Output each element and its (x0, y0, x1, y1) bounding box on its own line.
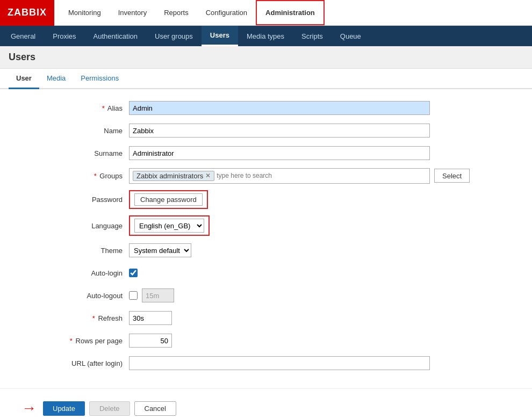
rows-row: * Rows per page (21, 333, 511, 349)
refresh-label: * Refresh (21, 314, 129, 322)
groups-input-area[interactable]: Zabbix administrators ✕ (129, 168, 430, 184)
groups-select-button[interactable]: Select (434, 169, 470, 183)
language-select[interactable]: English (en_GB) Default Chinese (zh_CN) (134, 219, 204, 233)
delete-button: Delete (89, 401, 130, 416)
password-row: Password Change password (21, 190, 511, 209)
update-button[interactable]: Update (43, 401, 85, 416)
groups-row: * Groups Zabbix administrators ✕ Select (21, 168, 511, 184)
url-label: URL (after login) (21, 359, 129, 367)
autologin-label: Auto-login (21, 269, 129, 277)
alias-input[interactable] (129, 101, 430, 115)
group-tag-remove-icon[interactable]: ✕ (205, 172, 211, 179)
subnav-usergroups[interactable]: User groups (146, 26, 202, 46)
language-row: Language English (en_GB) Default Chinese… (21, 215, 511, 236)
arrow-container: → Update Delete Cancel (21, 400, 176, 417)
password-label: Password (21, 196, 129, 204)
arrow-icon: → (21, 400, 37, 417)
subnav-queue[interactable]: Queue (332, 26, 370, 46)
tab-user[interactable]: User (9, 69, 39, 89)
password-outlined-box: Change password (129, 190, 208, 209)
autologout-row: Auto-logout (21, 287, 511, 304)
autologout-area (129, 288, 174, 302)
refresh-required-star: * (92, 314, 95, 322)
autologout-checkbox[interactable] (129, 291, 138, 300)
user-form: * Alias Name Surname * Groups Zabbi (0, 89, 532, 388)
name-row: Name (21, 122, 511, 139)
nav-administration[interactable]: Administration (256, 0, 325, 25)
subnav-general[interactable]: General (2, 26, 44, 46)
tab-row: User Media Permissions (0, 69, 532, 89)
group-search-input[interactable] (217, 172, 426, 179)
groups-label: * Groups (21, 172, 129, 180)
subnav-proxies[interactable]: Proxies (44, 26, 84, 46)
name-input[interactable] (129, 124, 430, 138)
nav-inventory[interactable]: Inventory (110, 0, 155, 25)
autologin-checkbox[interactable] (129, 269, 138, 277)
alias-label: * Alias (21, 104, 129, 112)
autologout-input[interactable] (142, 288, 174, 302)
url-input[interactable] (129, 356, 430, 370)
rows-label: * Rows per page (21, 337, 129, 345)
tab-media[interactable]: Media (39, 69, 73, 88)
groups-required-star: * (94, 172, 97, 180)
top-nav-items: Monitoring Inventory Reports Configurati… (60, 0, 325, 25)
surname-row: Surname (21, 145, 511, 161)
nav-configuration[interactable]: Configuration (197, 0, 256, 25)
rows-input[interactable] (129, 334, 172, 348)
top-navigation: ZABBIX Monitoring Inventory Reports Conf… (0, 0, 532, 26)
theme-label: Theme (21, 247, 129, 255)
language-outlined-box: English (en_GB) Default Chinese (zh_CN) (129, 215, 210, 236)
logo: ZABBIX (0, 0, 54, 26)
nav-reports[interactable]: Reports (155, 0, 197, 25)
rows-required-star: * (70, 337, 73, 345)
subnav-scripts[interactable]: Scripts (293, 26, 332, 46)
alias-row: * Alias (21, 100, 511, 116)
language-label: Language (21, 222, 129, 230)
theme-row: Theme System default Blue Dark (21, 242, 511, 258)
subnav-mediatypes[interactable]: Media types (238, 26, 293, 46)
nav-monitoring[interactable]: Monitoring (60, 0, 110, 25)
surname-input[interactable] (129, 146, 430, 160)
groups-field: Zabbix administrators ✕ Select (129, 168, 470, 184)
group-tag-zabbix-admins: Zabbix administrators ✕ (133, 171, 214, 181)
alias-required-star: * (102, 104, 105, 112)
change-password-button[interactable]: Change password (134, 193, 203, 206)
refresh-input[interactable] (129, 311, 172, 325)
button-row: → Update Delete Cancel (0, 388, 532, 419)
theme-select[interactable]: System default Blue Dark (129, 243, 191, 257)
sub-navigation: General Proxies Authentication User grou… (0, 26, 532, 46)
subnav-authentication[interactable]: Authentication (85, 26, 146, 46)
refresh-row: * Refresh (21, 310, 511, 326)
autologout-label: Auto-logout (21, 292, 129, 300)
cancel-button[interactable]: Cancel (134, 401, 176, 416)
name-label: Name (21, 127, 129, 135)
tab-permissions[interactable]: Permissions (73, 69, 126, 88)
surname-label: Surname (21, 149, 129, 157)
page-title: Users (0, 46, 532, 69)
url-row: URL (after login) (21, 355, 511, 371)
content-area: User Media Permissions * Alias Name Surn… (0, 69, 532, 419)
group-tag-label: Zabbix administrators (136, 172, 203, 180)
autologin-row: Auto-login (21, 265, 511, 281)
subnav-users[interactable]: Users (202, 26, 238, 46)
